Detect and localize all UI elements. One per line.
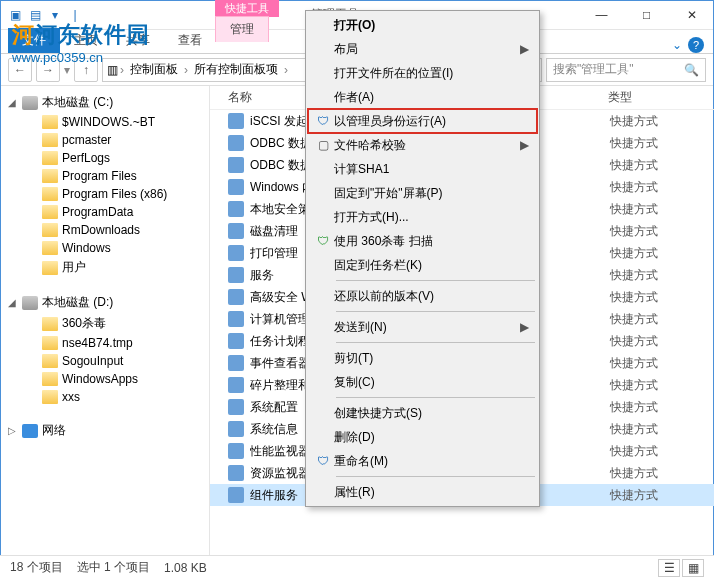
menu-label: 属性(R)	[334, 484, 529, 501]
sidebar-folder[interactable]: $WINDOWS.~BT	[24, 113, 205, 131]
menu-item[interactable]: 剪切(T)	[308, 346, 537, 370]
menu-label: 使用 360杀毒 扫描	[334, 233, 529, 250]
menu-item[interactable]: 打开(O)	[308, 13, 537, 37]
minimize-button[interactable]: —	[579, 0, 624, 30]
shortcut-icon	[228, 245, 244, 261]
breadcrumb-item[interactable]: 控制面板	[126, 61, 182, 78]
sidebar-folder[interactable]: Windows	[24, 239, 205, 257]
submenu-arrow-icon: ▶	[520, 138, 529, 152]
shortcut-icon	[228, 223, 244, 239]
file-type: 快捷方式	[610, 201, 658, 218]
menu-label: 作者(A)	[334, 89, 529, 106]
ribbon-tab-share[interactable]: 共享	[112, 28, 164, 53]
menu-item[interactable]: 复制(C)	[308, 370, 537, 394]
close-button[interactable]: ✕	[669, 0, 714, 30]
menu-item[interactable]: 发送到(N)▶	[308, 315, 537, 339]
menu-item[interactable]: 计算SHA1	[308, 157, 537, 181]
ribbon-tab-view[interactable]: 查看	[164, 28, 216, 53]
menu-item[interactable]: 🛡重命名(M)	[308, 449, 537, 473]
file-type: 快捷方式	[610, 377, 658, 394]
sidebar-folder[interactable]: Program Files	[24, 167, 205, 185]
menu-separator	[336, 476, 535, 477]
shortcut-icon	[228, 355, 244, 371]
column-type[interactable]: 类型	[608, 89, 714, 106]
file-type: 快捷方式	[610, 223, 658, 240]
menu-item[interactable]: 打开文件所在的位置(I)	[308, 61, 537, 85]
menu-label: 计算SHA1	[334, 161, 529, 178]
menu-label: 打开方式(H)...	[334, 209, 529, 226]
help-icon[interactable]: ?	[688, 37, 704, 53]
sidebar-drive[interactable]: ◢本地磁盘 (D:)	[4, 292, 205, 313]
sidebar-folder[interactable]: 用户	[24, 257, 205, 278]
menu-item[interactable]: 🛡以管理员身份运行(A)	[308, 109, 537, 133]
context-menu: 打开(O)布局▶打开文件所在的位置(I)作者(A)🛡以管理员身份运行(A)▢文件…	[305, 10, 540, 507]
menu-item[interactable]: 🛡使用 360杀毒 扫描	[308, 229, 537, 253]
shield-green-icon: 🛡	[312, 234, 334, 248]
shortcut-icon	[228, 157, 244, 173]
sidebar-folder[interactable]: pcmaster	[24, 131, 205, 149]
shortcut-icon	[228, 399, 244, 415]
menu-item[interactable]: 还原以前的版本(V)	[308, 284, 537, 308]
breadcrumb-item[interactable]: 所有控制面板项	[190, 61, 282, 78]
qat-icon[interactable]: ▣	[6, 6, 24, 24]
file-type: 快捷方式	[610, 465, 658, 482]
breadcrumb-root-icon[interactable]: ▥	[107, 63, 118, 77]
file-type: 快捷方式	[610, 157, 658, 174]
menu-item[interactable]: 打开方式(H)...	[308, 205, 537, 229]
sidebar-folder[interactable]: WindowsApps	[24, 370, 205, 388]
file-type: 快捷方式	[610, 443, 658, 460]
file-type: 快捷方式	[610, 289, 658, 306]
sidebar-folder[interactable]: xxs	[24, 388, 205, 406]
menu-separator	[336, 280, 535, 281]
forward-button[interactable]: →	[36, 58, 60, 82]
sidebar-network[interactable]: ▷网络	[4, 420, 205, 441]
sidebar-folder[interactable]: RmDownloads	[24, 221, 205, 239]
status-item-count: 18 个项目	[10, 559, 63, 576]
menu-item[interactable]: 作者(A)	[308, 85, 537, 109]
menu-item[interactable]: 创建快捷方式(S)	[308, 401, 537, 425]
shortcut-icon	[228, 311, 244, 327]
menu-label: 删除(D)	[334, 429, 529, 446]
file-type: 快捷方式	[610, 399, 658, 416]
search-input[interactable]: 搜索"管理工具" 🔍	[546, 58, 706, 82]
sidebar-folder[interactable]: SogouInput	[24, 352, 205, 370]
up-button[interactable]: ↑	[74, 58, 98, 82]
menu-item[interactable]: 固定到任务栏(K)	[308, 253, 537, 277]
ribbon-expand-icon[interactable]: ⌄	[672, 38, 682, 52]
menu-label: 布局	[334, 41, 520, 58]
menu-item[interactable]: 固定到"开始"屏幕(P)	[308, 181, 537, 205]
menu-separator	[336, 311, 535, 312]
shortcut-icon	[228, 179, 244, 195]
menu-item[interactable]: 属性(R)	[308, 480, 537, 504]
view-details-icon[interactable]: ☰	[658, 559, 680, 577]
view-large-icon[interactable]: ▦	[682, 559, 704, 577]
ribbon-tab-home[interactable]: 主页	[60, 28, 112, 53]
sidebar-folder[interactable]: Program Files (x86)	[24, 185, 205, 203]
search-placeholder: 搜索"管理工具"	[553, 61, 634, 78]
sidebar-folder[interactable]: nse4B74.tmp	[24, 334, 205, 352]
menu-item[interactable]: 布局▶	[308, 37, 537, 61]
qat-icon[interactable]: ▤	[26, 6, 44, 24]
recent-dropdown-icon[interactable]: ▾	[64, 63, 70, 77]
shortcut-icon	[228, 465, 244, 481]
ribbon-context-tab[interactable]: 管理	[215, 16, 269, 42]
sidebar-drive[interactable]: ◢本地磁盘 (C:)	[4, 92, 205, 113]
sidebar-folder[interactable]: 360杀毒	[24, 313, 205, 334]
file-type: 快捷方式	[610, 179, 658, 196]
shortcut-icon	[228, 135, 244, 151]
sidebar-folder[interactable]: ProgramData	[24, 203, 205, 221]
menu-item[interactable]: ▢文件哈希校验▶	[308, 133, 537, 157]
ribbon-file-tab[interactable]: 文件	[8, 28, 60, 53]
sidebar-folder[interactable]: PerfLogs	[24, 149, 205, 167]
qat-dropdown-icon[interactable]: ▾	[46, 6, 64, 24]
shortcut-icon	[228, 113, 244, 129]
menu-label: 固定到"开始"屏幕(P)	[334, 185, 529, 202]
menu-item[interactable]: 删除(D)	[308, 425, 537, 449]
menu-label: 剪切(T)	[334, 350, 529, 367]
shortcut-icon	[228, 289, 244, 305]
shortcut-icon	[228, 443, 244, 459]
doc-icon: ▢	[312, 138, 334, 152]
search-icon[interactable]: 🔍	[684, 63, 699, 77]
maximize-button[interactable]: □	[624, 0, 669, 30]
back-button[interactable]: ←	[8, 58, 32, 82]
